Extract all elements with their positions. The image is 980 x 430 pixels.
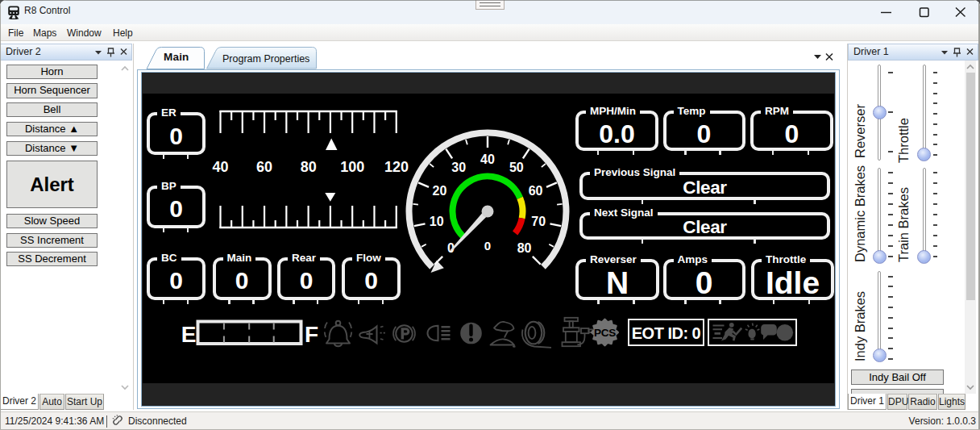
svg-text:120: 120 <box>384 159 409 175</box>
svg-text:60: 60 <box>256 159 272 175</box>
svg-text:E: E <box>181 322 197 347</box>
svg-text:70: 70 <box>531 215 546 228</box>
svg-text:F: F <box>305 322 318 347</box>
svg-text:0: 0 <box>484 239 491 253</box>
svg-text:50: 50 <box>509 161 524 174</box>
svg-text:PCS: PCS <box>594 327 616 339</box>
svg-text:80: 80 <box>517 241 532 255</box>
svg-text:40: 40 <box>480 152 495 166</box>
svg-text:100: 100 <box>340 159 364 175</box>
svg-text:20: 20 <box>433 184 447 198</box>
svg-text:60: 60 <box>529 184 543 198</box>
svg-text:80: 80 <box>301 159 317 175</box>
svg-text:30: 30 <box>451 161 466 174</box>
svg-text:40: 40 <box>212 159 228 175</box>
svg-text:10: 10 <box>430 215 444 228</box>
